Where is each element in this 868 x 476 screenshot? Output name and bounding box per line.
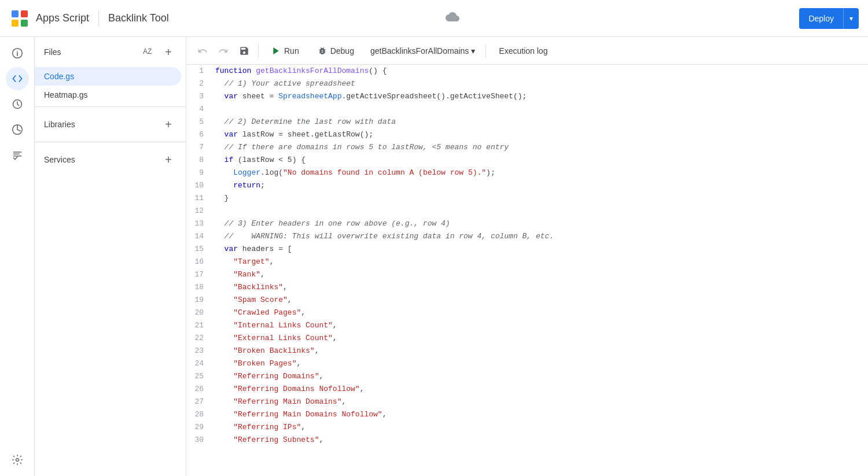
- line-number: 11: [186, 192, 215, 205]
- libraries-section-title: Libraries: [44, 120, 75, 129]
- code-line: 3 var sheet = SpreadsheetApp.getActiveSp…: [186, 90, 868, 103]
- editor-area: Run Debug getBacklinksForAllDomains ▾ Ex…: [186, 37, 868, 476]
- line-number: 1: [186, 65, 215, 78]
- code-line: 4: [186, 103, 868, 116]
- code-line: 15 var headers = [: [186, 243, 868, 256]
- code-line: 11 }: [186, 192, 868, 205]
- line-number: 27: [186, 396, 215, 408]
- icon-bar-settings[interactable]: [6, 448, 29, 471]
- code-editor[interactable]: 1 function getBacklinksForAllDomains() {…: [186, 65, 868, 476]
- icon-bar-editor[interactable]: [6, 67, 29, 90]
- line-content: "Referring Domains",: [215, 370, 868, 383]
- code-line: 28 "Referring Main Domains Nofollow",: [186, 408, 868, 421]
- line-number: 28: [186, 408, 215, 421]
- code-line: 17 "Rank",: [186, 268, 868, 281]
- line-number: 4: [186, 103, 215, 116]
- debug-button[interactable]: Debug: [310, 43, 362, 59]
- code-line: 8 if (lastRow < 5) {: [186, 154, 868, 167]
- line-content: "Rank",: [215, 268, 868, 281]
- run-button[interactable]: Run: [263, 43, 307, 59]
- code-line: 27 "Referring Main Domains",: [186, 396, 868, 408]
- line-content: Logger.log("No domains found in column A…: [215, 167, 868, 179]
- file-item-code-gs[interactable]: Code.gs: [35, 67, 181, 86]
- code-line: 24 "Broken Pages",: [186, 357, 868, 370]
- line-number: 5: [186, 116, 215, 128]
- redo-button[interactable]: [214, 42, 233, 60]
- line-number: 23: [186, 345, 215, 357]
- code-line: 2 // 1) Your active spreadsheet: [186, 78, 868, 90]
- code-line: 14 // WARNING: This will overwrite exist…: [186, 230, 868, 243]
- line-content: "Spam Score",: [215, 294, 868, 307]
- line-number: 16: [186, 256, 215, 268]
- debug-label: Debug: [330, 46, 354, 56]
- line-content: [215, 103, 868, 116]
- code-line: 25 "Referring Domains",: [186, 370, 868, 383]
- services-section-title: Services: [44, 155, 75, 164]
- project-title: Backlink Tool: [108, 12, 434, 24]
- deploy-dropdown-button[interactable]: ▾: [844, 8, 859, 29]
- execution-log-button[interactable]: Execution log: [491, 43, 556, 59]
- function-dropdown-icon: ▾: [471, 46, 475, 56]
- code-line: 16 "Target",: [186, 256, 868, 268]
- code-line: 18 "Backlinks",: [186, 281, 868, 294]
- line-content: var headers = [: [215, 243, 868, 256]
- line-number: 13: [186, 217, 215, 230]
- code-line: 22 "External Links Count",: [186, 332, 868, 345]
- line-number: 6: [186, 128, 215, 141]
- line-number: 7: [186, 141, 215, 154]
- code-line: 26 "Referring Domains Nofollow",: [186, 383, 868, 396]
- sidebar-divider-1: [35, 106, 186, 107]
- line-content: if (lastRow < 5) {: [215, 154, 868, 167]
- main-layout: Files AZ + Code.gs Heatmap.gs Libraries …: [0, 37, 868, 476]
- toolbar: Run Debug getBacklinksForAllDomains ▾ Ex…: [186, 37, 868, 65]
- code-line: 20 "Crawled Pages",: [186, 307, 868, 319]
- deploy-main-button[interactable]: Deploy: [799, 8, 843, 29]
- line-content: // 1) Your active spreadsheet: [215, 78, 868, 90]
- line-number: 20: [186, 307, 215, 319]
- icon-bar-history[interactable]: [6, 93, 29, 116]
- topbar-separator: [98, 10, 99, 27]
- sort-az-button[interactable]: AZ: [141, 45, 158, 60]
- code-line: 1 function getBacklinksForAllDomains() {: [186, 65, 868, 78]
- line-number: 17: [186, 268, 215, 281]
- line-content: "Internal Links Count",: [215, 319, 868, 332]
- line-content: "Crawled Pages",: [215, 307, 868, 319]
- add-file-button[interactable]: +: [160, 44, 176, 60]
- app-name: Apps Script: [36, 12, 89, 24]
- topbar: Apps Script Backlink Tool Deploy ▾: [0, 0, 868, 37]
- line-number: 26: [186, 383, 215, 396]
- code-line: 19 "Spam Score",: [186, 294, 868, 307]
- line-content: "Broken Backlinks",: [215, 345, 868, 357]
- function-selector[interactable]: getBacklinksForAllDomains ▾: [365, 44, 481, 58]
- cloud-save-icon: [446, 10, 459, 27]
- file-item-heatmap-gs[interactable]: Heatmap.gs: [35, 86, 181, 104]
- line-content: [215, 205, 868, 217]
- line-content: "Referring Domains Nofollow",: [215, 383, 868, 396]
- line-number: 15: [186, 243, 215, 256]
- line-number: 21: [186, 319, 215, 332]
- undo-button[interactable]: [193, 42, 212, 60]
- code-line: 21 "Internal Links Count",: [186, 319, 868, 332]
- line-content: // If there are domains in rows 5 to las…: [215, 141, 868, 154]
- services-section-header: Services +: [35, 145, 186, 175]
- icon-bar-info[interactable]: [6, 42, 29, 65]
- svg-rect-2: [12, 20, 19, 27]
- line-number: 19: [186, 294, 215, 307]
- line-content: var lastRow = sheet.getLastRow();: [215, 128, 868, 141]
- line-number: 2: [186, 78, 215, 90]
- add-library-button[interactable]: +: [160, 116, 176, 132]
- icon-bar-triggers[interactable]: [6, 118, 29, 141]
- svg-point-11: [16, 459, 19, 462]
- save-button[interactable]: [235, 42, 253, 60]
- deploy-button[interactable]: Deploy ▾: [799, 8, 859, 29]
- icon-bar-checklist[interactable]: [6, 143, 29, 167]
- line-number: 8: [186, 154, 215, 167]
- line-number: 22: [186, 332, 215, 345]
- line-number: 12: [186, 205, 215, 217]
- svg-rect-3: [21, 20, 28, 27]
- sidebar-divider-2: [35, 142, 186, 142]
- file-name-heatmap-gs: Heatmap.gs: [44, 90, 87, 99]
- add-service-button[interactable]: +: [160, 152, 176, 168]
- code-line: 9 Logger.log("No domains found in column…: [186, 167, 868, 179]
- svg-marker-13: [273, 47, 278, 54]
